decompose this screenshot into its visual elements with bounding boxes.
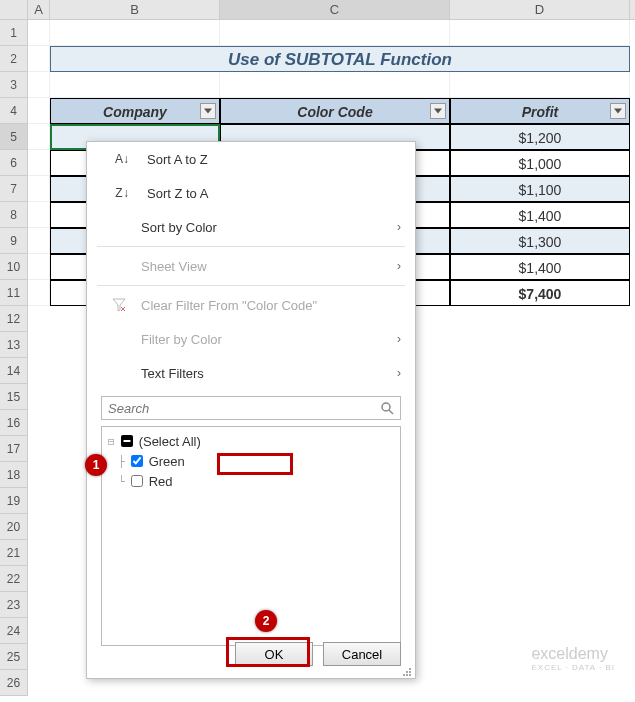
checkbox-select-all[interactable]	[121, 435, 133, 447]
sort-az-label: Sort A to Z	[147, 152, 208, 167]
col-header-D[interactable]: D	[450, 0, 630, 19]
title-cell[interactable]: Use of SUBTOTAL Function	[50, 46, 630, 72]
row-header[interactable]: 1	[0, 20, 28, 46]
check-red[interactable]: └ Red	[108, 471, 394, 491]
svg-line-1	[389, 410, 393, 414]
row-header[interactable]: 26	[0, 670, 28, 696]
chevron-right-icon: ›	[397, 220, 401, 234]
chevron-down-icon	[434, 108, 442, 114]
chevron-down-icon	[204, 108, 212, 114]
header-label: Profit	[522, 104, 559, 120]
row-header[interactable]: 4	[0, 98, 28, 124]
filter-button-color-code[interactable]	[430, 103, 446, 119]
filter-values-list[interactable]: ⊟ (Select All) ├ Green └ Red	[101, 426, 401, 646]
row-header[interactable]: 12	[0, 306, 28, 332]
watermark-main: exceldemy	[531, 645, 615, 663]
sort-by-color[interactable]: Sort by Color ›	[87, 210, 415, 244]
row-header[interactable]: 18	[0, 462, 28, 488]
row-header[interactable]: 6	[0, 150, 28, 176]
text-filters-label: Text Filters	[141, 366, 204, 381]
row-header[interactable]: 5	[0, 124, 28, 150]
row-headers: 1 2 3 4 5 6 7 8 9 10 11 12 13 14 15 16 1…	[0, 20, 28, 696]
cell-d11[interactable]: $7,400	[450, 280, 630, 306]
sort-za-label: Sort Z to A	[147, 186, 208, 201]
cell-d7[interactable]: $1,100	[450, 176, 630, 202]
sort-az[interactable]: A ↓ Sort A to Z	[87, 142, 415, 176]
header-profit[interactable]: Profit	[450, 98, 630, 124]
callout-1: 1	[85, 454, 107, 476]
search-input[interactable]	[108, 401, 380, 416]
filter-dropdown: A ↓ Sort A to Z Z ↓ Sort Z to A Sort by …	[86, 141, 416, 679]
callout-2: 2	[255, 610, 277, 632]
row-header[interactable]: 24	[0, 618, 28, 644]
svg-point-3	[406, 671, 408, 673]
col-header-B[interactable]: B	[50, 0, 220, 19]
chevron-right-icon: ›	[397, 332, 401, 346]
text-filters[interactable]: Text Filters ›	[87, 356, 415, 390]
svg-point-6	[406, 674, 408, 676]
select-all-corner[interactable]	[0, 0, 28, 19]
row-header[interactable]: 2	[0, 46, 28, 72]
row-header[interactable]: 20	[0, 514, 28, 540]
watermark: exceldemy EXCEL · DATA · BI	[531, 645, 615, 672]
cell-d8[interactable]: $1,400	[450, 202, 630, 228]
filter-by-color-label: Filter by Color	[141, 332, 222, 347]
row-header[interactable]: 3	[0, 72, 28, 98]
sheet-view: Sheet View ›	[87, 249, 415, 283]
header-color-code[interactable]: Color Code	[220, 98, 450, 124]
row-header[interactable]: 25	[0, 644, 28, 670]
watermark-sub: EXCEL · DATA · BI	[531, 663, 615, 672]
row-header[interactable]: 15	[0, 384, 28, 410]
check-select-all[interactable]: ⊟ (Select All)	[108, 431, 394, 451]
row-header[interactable]: 8	[0, 202, 28, 228]
filter-by-color: Filter by Color ›	[87, 322, 415, 356]
svg-point-4	[409, 671, 411, 673]
ok-button[interactable]: OK	[235, 642, 313, 666]
row-header[interactable]: 13	[0, 332, 28, 358]
check-green[interactable]: ├ Green	[108, 451, 394, 471]
green-label: Green	[149, 454, 185, 469]
row-header[interactable]: 21	[0, 540, 28, 566]
header-company[interactable]: Company	[50, 98, 220, 124]
cell-d5[interactable]: $1,200	[450, 124, 630, 150]
row-header[interactable]: 14	[0, 358, 28, 384]
clear-filter-icon	[109, 298, 129, 312]
resize-grip-icon[interactable]	[402, 665, 412, 675]
cell-d9[interactable]: $1,300	[450, 228, 630, 254]
col-header-A[interactable]: A	[28, 0, 50, 19]
checkbox-red[interactable]	[131, 475, 143, 487]
chevron-right-icon: ›	[397, 366, 401, 380]
sort-by-color-label: Sort by Color	[141, 220, 217, 235]
select-all-label: (Select All)	[139, 434, 201, 449]
row-header[interactable]: 22	[0, 566, 28, 592]
clear-filter-label: Clear Filter From "Color Code"	[141, 298, 317, 313]
header-label: Color Code	[297, 104, 372, 120]
cancel-button[interactable]: Cancel	[323, 642, 401, 666]
row-header[interactable]: 16	[0, 410, 28, 436]
checkbox-green[interactable]	[131, 455, 143, 467]
row-header[interactable]: 19	[0, 488, 28, 514]
row-header[interactable]: 17	[0, 436, 28, 462]
sort-za[interactable]: Z ↓ Sort Z to A	[87, 176, 415, 210]
svg-point-0	[382, 403, 390, 411]
sheet-view-label: Sheet View	[141, 259, 207, 274]
clear-filter: Clear Filter From "Color Code"	[87, 288, 415, 322]
filter-button-profit[interactable]	[610, 103, 626, 119]
row-header[interactable]: 9	[0, 228, 28, 254]
cell-d10[interactable]: $1,400	[450, 254, 630, 280]
cell-d6[interactable]: $1,000	[450, 150, 630, 176]
svg-point-5	[403, 674, 405, 676]
column-headers: A B C D	[0, 0, 635, 20]
search-box[interactable]	[101, 396, 401, 420]
svg-point-2	[409, 668, 411, 670]
row-header[interactable]: 11	[0, 280, 28, 306]
chevron-down-icon	[614, 108, 622, 114]
chevron-right-icon: ›	[397, 259, 401, 273]
row-header[interactable]: 10	[0, 254, 28, 280]
row-header[interactable]: 7	[0, 176, 28, 202]
red-label: Red	[149, 474, 173, 489]
row-header[interactable]: 23	[0, 592, 28, 618]
filter-button-company[interactable]	[200, 103, 216, 119]
col-header-C[interactable]: C	[220, 0, 450, 19]
svg-point-7	[409, 674, 411, 676]
